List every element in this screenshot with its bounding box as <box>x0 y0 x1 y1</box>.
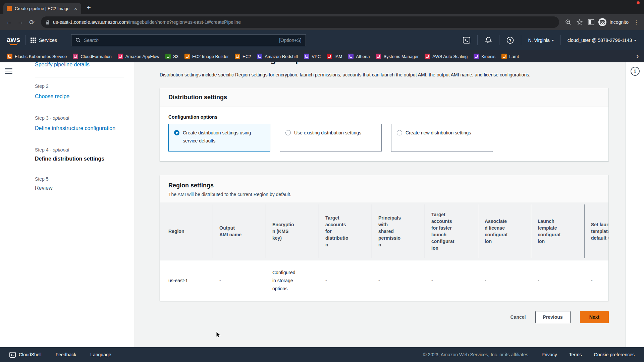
bookmarks-overflow-chevron[interactable]: › <box>635 53 640 60</box>
col-target-accounts: Target accounts for distribution <box>319 215 350 248</box>
recording-dot <box>637 1 640 4</box>
radio-selected-icon[interactable] <box>174 130 179 135</box>
bookmark-cloudformation[interactable]: CloudFormation <box>70 53 115 60</box>
side-panel-icon[interactable] <box>585 19 597 25</box>
privacy-link[interactable]: Privacy <box>542 352 557 357</box>
col-launch-template: Launch template configuration <box>531 218 562 245</box>
step-link-define-infrastructure-configuration[interactable]: Define infrastructure configuration <box>35 124 124 133</box>
step-link-specify-pipeline-details[interactable]: Specify pipeline details <box>35 60 124 69</box>
browser-menu-icon[interactable]: ⋮ <box>632 21 641 23</box>
aws-search-box[interactable]: [Option+S] <box>71 34 306 46</box>
region-settings-description: The AMI will be distributed to the curre… <box>168 192 600 197</box>
page-description: Distribution settings include specific R… <box>160 71 606 78</box>
incognito-icon <box>598 18 607 26</box>
step-optional-label: - optional <box>50 115 69 121</box>
step-item-1: Specify pipeline details <box>35 60 124 77</box>
step-label: Step 4 <box>35 147 48 153</box>
nav-divider <box>521 35 521 45</box>
col-set-launch-template-default: Set launch template default version <box>584 221 608 241</box>
bookmark-lambda[interactable]: Lambda <box>498 53 522 60</box>
systems-manager-favicon <box>376 54 381 59</box>
aws-logo[interactable]: aws <box>6 36 21 45</box>
col-output-ami-name: Output AMI name <box>213 225 244 238</box>
account-label: cloud_user @ 5878-2796-1143 <box>568 38 632 43</box>
table-header-row: Region Output AMI name Encryption (KMS k… <box>160 202 608 260</box>
bookmark-athena[interactable]: Athena <box>345 53 373 60</box>
incognito-badge: Incognito <box>597 18 632 26</box>
nav-divider <box>560 35 561 45</box>
cell-encryption: Configured in storage options <box>266 268 297 293</box>
mouse-cursor <box>216 331 222 339</box>
page-title: Define distribution settings - optional <box>160 62 626 68</box>
option-service-defaults[interactable]: Create distribution settings using servi… <box>168 124 270 152</box>
nav-divider <box>25 35 26 45</box>
bookmark-ec2-image-builder[interactable]: EC2 Image Builder <box>181 53 232 60</box>
terms-link[interactable]: Terms <box>569 352 582 357</box>
bookmark-star-icon[interactable] <box>574 19 585 25</box>
hamburger-menu-icon[interactable] <box>5 68 12 75</box>
col-principals: Principals with shared permission <box>372 215 402 248</box>
athena-favicon <box>348 54 354 59</box>
help-icon[interactable]: ? <box>504 37 516 44</box>
copyright-text: © 2023, Amazon Web Services, Inc. or its… <box>423 352 529 357</box>
previous-button[interactable]: Previous <box>535 311 571 323</box>
region-settings-card: Region settings The AMI will be distribu… <box>160 175 609 301</box>
kinesis-favicon <box>474 54 479 59</box>
services-menu[interactable]: Services <box>31 38 57 43</box>
step-current-define-distribution-settings[interactable]: Define distribution settings <box>35 156 124 162</box>
language-link[interactable]: Language <box>90 352 111 357</box>
nav-divider <box>499 35 499 45</box>
cloudformation-favicon <box>73 54 78 59</box>
option-create-new[interactable]: Create new distribution settings <box>391 124 493 152</box>
back-button[interactable]: ← <box>3 18 15 26</box>
incognito-label: Incognito <box>609 19 629 25</box>
option-use-existing[interactable]: Use existing distribution settings <box>280 124 382 152</box>
feedback-link[interactable]: Feedback <box>56 352 76 357</box>
info-icon[interactable]: i <box>631 67 640 76</box>
terminal-icon <box>9 352 16 358</box>
appflow-favicon <box>118 54 123 59</box>
cell-associated-license: - <box>478 277 509 285</box>
new-tab-button[interactable]: + <box>87 4 91 11</box>
radio-icon[interactable] <box>397 130 402 135</box>
step-link-review[interactable]: Review <box>35 185 124 191</box>
bookmark-systems-manager[interactable]: Systems Manager <box>373 53 422 60</box>
bookmark-kinesis[interactable]: Kinesis <box>471 53 498 60</box>
wizard-actions: Cancel Previous Next <box>160 311 609 323</box>
auto-scaling-favicon <box>425 54 430 59</box>
search-input[interactable] <box>84 38 276 43</box>
cloudshell-footer-button[interactable]: CloudShell <box>9 352 42 358</box>
bookmark-ec2[interactable]: EC2 <box>232 53 254 60</box>
tab-close-icon[interactable]: × <box>73 6 78 11</box>
bookmark-vpc[interactable]: VPC <box>301 53 324 60</box>
reload-button[interactable]: ⟳ <box>26 18 38 26</box>
radio-icon[interactable] <box>285 130 291 135</box>
next-button[interactable]: Next <box>580 311 609 323</box>
notifications-bell-icon[interactable] <box>482 37 494 44</box>
step-link-choose-recipe[interactable]: Choose recipe <box>35 92 124 101</box>
browser-tab[interactable]: Create pipeline | EC2 Image Bu × <box>3 3 81 14</box>
col-target-accounts-faster-launch: Target accounts for faster launch config… <box>425 211 455 251</box>
bookmark-redshift[interactable]: Amazon Redshift <box>254 53 301 60</box>
cancel-button[interactable]: Cancel <box>511 314 526 320</box>
bookmark-iam[interactable]: IAM <box>324 53 345 60</box>
cell-launch-template: - <box>531 277 562 285</box>
region-selector[interactable]: N. Virginia ▾ <box>526 38 555 43</box>
address-bar[interactable]: us-east-1.console.aws.amazon.com/imagebu… <box>41 16 559 28</box>
redshift-favicon <box>257 54 262 59</box>
services-label: Services <box>39 38 57 43</box>
cookie-preferences-link[interactable]: Cookie preferences <box>594 352 635 357</box>
region-table: Region Output AMI name Encryption (KMS k… <box>160 202 608 301</box>
zoom-page-icon[interactable] <box>562 19 574 25</box>
bookmark-auto-scaling[interactable]: AWS Auto Scaling <box>422 53 471 60</box>
account-menu[interactable]: cloud_user @ 5878-2796-1143 ▾ <box>566 38 638 43</box>
chevron-down-icon: ▾ <box>634 39 636 42</box>
cloudshell-icon[interactable] <box>461 37 473 44</box>
bookmark-s3[interactable]: S3 <box>162 53 181 60</box>
eks-favicon <box>7 54 12 59</box>
ec2-favicon <box>235 54 240 59</box>
bookmark-appflow[interactable]: Amazon AppFlow <box>115 53 162 60</box>
step-label: Step 5 <box>35 176 48 182</box>
forward-button[interactable]: → <box>15 18 26 26</box>
bookmark-eks[interactable]: Elastic Kubernetes Service <box>4 53 70 60</box>
